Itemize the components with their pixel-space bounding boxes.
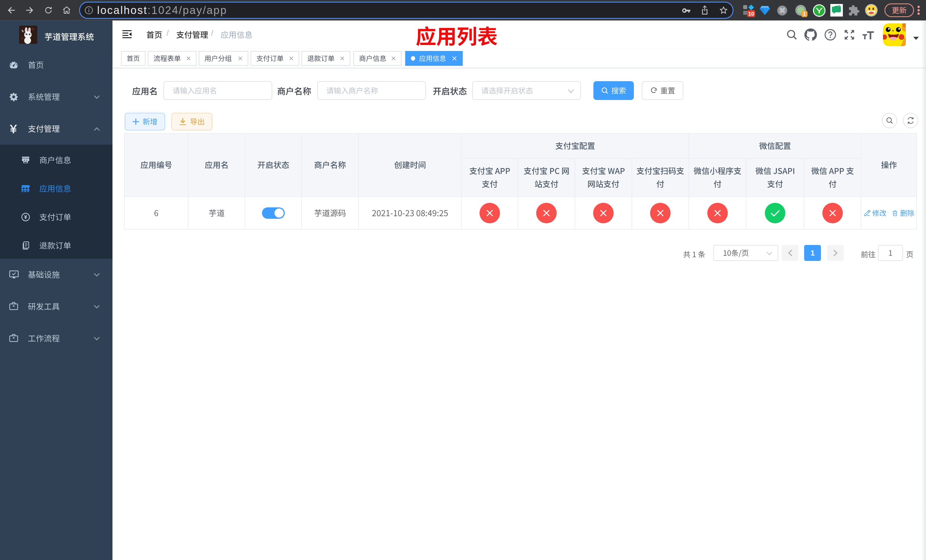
svg-text:10: 10 xyxy=(748,11,754,17)
svg-text:⌘: ⌘ xyxy=(779,7,785,14)
svg-text:1: 1 xyxy=(803,11,806,17)
